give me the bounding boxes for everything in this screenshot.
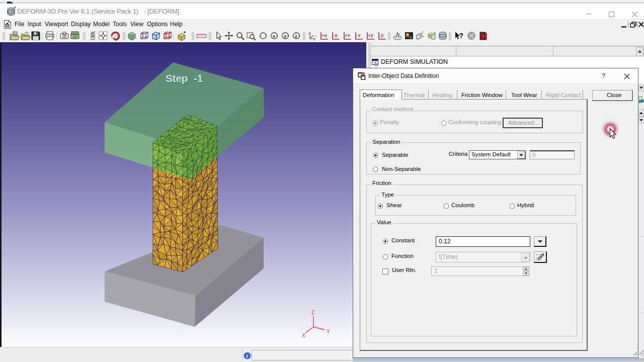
svg-text:-X: -X: [334, 33, 338, 38]
svg-text:x: x: [273, 34, 275, 39]
svg-text:X: X: [313, 38, 315, 41]
svg-text:?: ?: [459, 31, 463, 40]
svg-text:Y: Y: [327, 329, 330, 334]
svg-text:-1: -1: [194, 72, 203, 84]
svg-text:-Z: -Z: [380, 33, 384, 38]
svg-text:i: i: [247, 353, 248, 359]
svg-text:Step: Step: [166, 72, 188, 84]
svg-text:+Y: +Y: [345, 33, 351, 38]
svg-text:+Z: +Z: [368, 33, 373, 38]
svg-text:z: z: [295, 34, 297, 39]
svg-text:Y: Y: [314, 35, 316, 38]
svg-text:X: X: [302, 333, 305, 338]
svg-text:y: y: [284, 34, 286, 39]
svg-text:Z: Z: [308, 32, 310, 35]
svg-text:-Y: -Y: [357, 33, 361, 38]
svg-text:Z: Z: [311, 310, 314, 315]
svg-text:+X: +X: [322, 33, 328, 38]
